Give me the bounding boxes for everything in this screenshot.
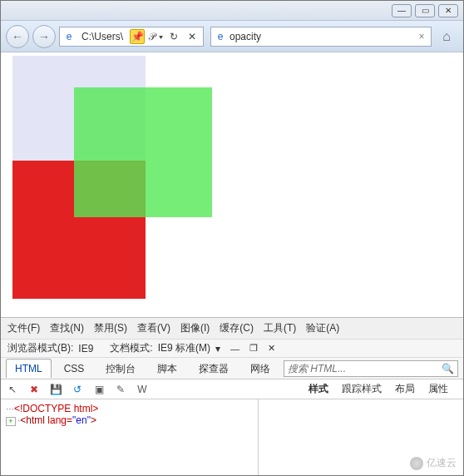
wordwrap-icon[interactable]: W xyxy=(136,383,149,396)
src-html-close: > xyxy=(91,414,96,426)
watermark: 亿速云 xyxy=(410,456,457,470)
menu-disable[interactable]: 禁用(S) xyxy=(94,321,127,335)
clear-cache-icon[interactable]: ✖ xyxy=(27,383,41,396)
menu-view[interactable]: 查看(V) xyxy=(137,321,170,335)
devtools-toolbar: ↖ ✖ 💾 ↺ ▣ ✎ W 样式 跟踪样式 布局 属性 xyxy=(1,379,463,399)
devtools-menubar: 文件(F) 查找(N) 禁用(S) 查看(V) 图像(I) 缓存(C) 工具(T… xyxy=(1,317,463,339)
search-input[interactable] xyxy=(288,363,442,374)
close-button[interactable]: ✕ xyxy=(438,4,458,17)
mode-dropdown-icon[interactable]: ▾ xyxy=(215,343,220,355)
tab-css[interactable]: CSS xyxy=(55,359,94,378)
devtools-tabs: HTML CSS 控制台 脚本 探查器 网络 🔍 xyxy=(1,357,463,379)
menu-image[interactable]: 图像(I) xyxy=(180,321,210,335)
html-search[interactable]: 🔍 xyxy=(284,360,458,377)
home-button[interactable]: ⌂ xyxy=(435,25,458,48)
tab-profiler[interactable]: 探查器 xyxy=(190,358,238,379)
source-panel: ···<!DOCTYPE html> +·<html lang="en"> xyxy=(1,399,463,475)
ie-tab-icon: e xyxy=(215,31,226,42)
src-html-open: <html xyxy=(20,414,47,426)
stop-icon[interactable]: ✕ xyxy=(185,29,200,44)
browser-tab[interactable]: e opacity × xyxy=(210,27,432,47)
tab-title: opacity xyxy=(230,31,261,42)
src-lang-attr: lang= xyxy=(47,414,72,426)
ie-page-icon: e xyxy=(63,31,75,42)
right-panel-tabs: 样式 跟踪样式 布局 属性 xyxy=(309,382,458,396)
browser-mode-value[interactable]: IE9 xyxy=(78,343,93,355)
menu-tools[interactable]: 工具(T) xyxy=(264,321,296,335)
search-icon[interactable]: 🔍 xyxy=(442,363,454,374)
mode-bar: 浏览器模式(B): IE9 文档模式: IE9 标准(M) ▾ — ❐ ✕ xyxy=(1,339,463,357)
doc-mode-value[interactable]: IE9 标准(M) xyxy=(158,341,210,355)
maximize-button[interactable]: ▭ xyxy=(415,4,435,17)
watermark-icon xyxy=(410,457,423,470)
src-lang-val: "en" xyxy=(72,414,91,426)
tab-console[interactable]: 控制台 xyxy=(96,358,145,379)
edit-icon[interactable]: ✎ xyxy=(114,383,127,396)
tree-expand-icon[interactable]: + xyxy=(6,417,16,426)
doc-mode-label: 文档模式: xyxy=(110,341,152,355)
refresh-icon[interactable]: ↻ xyxy=(166,29,181,44)
select-element-icon[interactable]: ↖ xyxy=(6,383,19,396)
back-button[interactable]: ← xyxy=(6,25,29,48)
rtab-style[interactable]: 样式 xyxy=(309,382,328,396)
devtools-close-icon[interactable]: ✕ xyxy=(268,343,275,354)
minimize-button[interactable]: — xyxy=(392,4,412,17)
refresh-tree-icon[interactable]: ↺ xyxy=(71,383,84,396)
forward-button[interactable]: → xyxy=(32,25,56,48)
rtab-attrs[interactable]: 属性 xyxy=(428,382,448,396)
compat-icon[interactable]: 📌 xyxy=(130,29,145,44)
tab-close-icon[interactable]: × xyxy=(416,31,427,42)
src-doctype: <!DOCTYPE html> xyxy=(14,403,98,414)
menu-cache[interactable]: 缓存(C) xyxy=(220,321,254,335)
watermark-text: 亿速云 xyxy=(427,456,457,470)
dom-tree[interactable]: ···<!DOCTYPE html> +·<html lang="en"> xyxy=(1,399,259,475)
save-icon[interactable]: 💾 xyxy=(49,383,62,396)
menu-file[interactable]: 文件(F) xyxy=(7,321,40,335)
menu-find[interactable]: 查找(N) xyxy=(50,321,84,335)
page-viewport xyxy=(1,52,463,317)
demo-box-green xyxy=(74,87,212,217)
url-field[interactable]: e C:\Users\ 📌 𝒫 ▾ ↻ ✕ xyxy=(59,27,204,47)
devtools-popout-icon[interactable]: ❐ xyxy=(249,343,258,354)
url-text: C:\Users\ xyxy=(78,31,126,42)
tab-script[interactable]: 脚本 xyxy=(148,358,186,379)
search-dropdown-icon[interactable]: 𝒫 ▾ xyxy=(148,29,163,44)
rtab-trace[interactable]: 跟踪样式 xyxy=(342,382,382,396)
outline-icon[interactable]: ▣ xyxy=(92,383,106,396)
menu-validate[interactable]: 验证(A) xyxy=(306,321,339,335)
rtab-layout[interactable]: 布局 xyxy=(395,382,415,396)
tab-network[interactable]: 网络 xyxy=(241,358,279,379)
window-titlebar: — ▭ ✕ xyxy=(1,1,463,21)
address-bar: ← → e C:\Users\ 📌 𝒫 ▾ ↻ ✕ e opacity × ⌂ xyxy=(1,21,463,52)
tab-html[interactable]: HTML xyxy=(6,359,52,378)
browser-mode-label: 浏览器模式(B): xyxy=(7,341,73,355)
devtools-minimize-icon[interactable]: — xyxy=(230,344,239,354)
